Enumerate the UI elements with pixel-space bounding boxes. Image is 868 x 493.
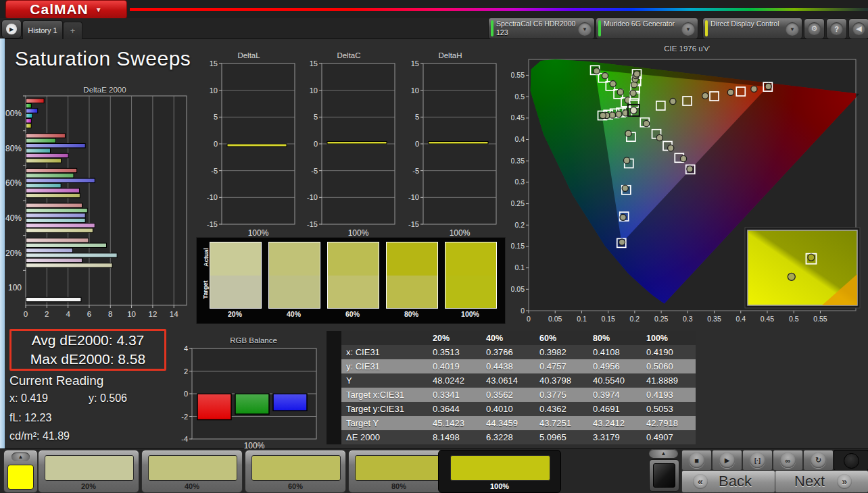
chevron-down-icon: ▼	[681, 22, 695, 36]
pattern-color-swatch	[45, 455, 134, 481]
delta-chart-title: DeltaC	[302, 51, 396, 59]
dropdown-label: Murideo 6G Generator	[604, 20, 680, 28]
refresh-button[interactable]: ↻	[803, 450, 834, 471]
svg-text:0.2: 0.2	[630, 315, 640, 323]
svg-text:0.25: 0.25	[511, 199, 525, 207]
swatch-pair-label: 80%	[386, 310, 437, 318]
pattern-label: 60%	[245, 482, 345, 490]
pattern-label: 20%	[39, 482, 139, 490]
pattern-window-preview[interactable]	[649, 459, 679, 492]
svg-text:80%: 80%	[5, 144, 22, 153]
svg-text:-5: -5	[311, 167, 318, 175]
svg-text:0: 0	[314, 140, 318, 148]
pattern-button-40%[interactable]: 40%	[141, 450, 243, 493]
rgb-balance-chart: 420-2-4100%	[174, 344, 319, 449]
swatch-pair-label: 60%	[327, 310, 378, 318]
svg-text:0.15: 0.15	[511, 242, 525, 250]
pattern-source-button[interactable]: ▲	[3, 450, 38, 493]
pattern-button-20%[interactable]: 20%	[38, 450, 139, 493]
page-title: Saturation Sweeps	[15, 47, 191, 70]
pattern-color-swatch	[251, 455, 341, 481]
svg-text:5: 5	[214, 113, 218, 121]
svg-text:0.5: 0.5	[514, 93, 525, 101]
svg-text:12: 12	[148, 310, 157, 318]
settings-button[interactable]: ⚙	[804, 18, 825, 39]
panel-toggle-button[interactable]: ▶	[1, 20, 22, 38]
svg-text:100%: 100%	[450, 228, 471, 238]
target-swatch	[328, 276, 379, 309]
target-swatch	[445, 276, 496, 309]
single-measure-button[interactable]: [·]	[742, 450, 773, 471]
actual-swatch	[210, 242, 261, 276]
svg-text:10: 10	[310, 86, 318, 95]
reading-x: x: 0.419	[9, 392, 48, 405]
pattern-button-60%[interactable]: 60%	[245, 450, 346, 493]
source-dropdown[interactable]: Murideo 6G Generator▼	[596, 18, 698, 39]
svg-text:0.45: 0.45	[511, 113, 525, 122]
svg-text:20%: 20%	[5, 249, 22, 258]
display-control-dropdown[interactable]: Direct Display Control▼	[702, 18, 802, 39]
pattern-label: 100%	[439, 482, 560, 490]
calman-logo-text: CalMAN	[30, 1, 89, 18]
svg-text:-4: -4	[181, 435, 188, 443]
rgb-balance-title: RGB Balance	[193, 336, 314, 344]
swatch-pair-label: 40%	[268, 310, 319, 318]
back-button[interactable]: «Back	[681, 470, 775, 493]
swatch-pair	[268, 242, 320, 309]
svg-text:-15: -15	[207, 220, 218, 228]
svg-text:-5: -5	[211, 167, 218, 175]
svg-text:0: 0	[184, 390, 188, 398]
chevron-down-icon: ▼	[578, 22, 592, 36]
tab-label: History 1	[28, 26, 57, 34]
chevron-left-icon: ◀	[852, 22, 865, 35]
swatch-pair-label: 20%	[210, 310, 260, 318]
status-indicator	[705, 20, 708, 36]
svg-text:100%: 100%	[248, 228, 269, 238]
collapse-panel-button[interactable]: ◀	[848, 18, 868, 39]
meter-dropdown[interactable]: SpectraCal C6 HDR2000 123▼	[488, 18, 595, 39]
avg-de2000: Avg dE2000: 4.37	[11, 331, 164, 350]
svg-text:60%: 60%	[5, 178, 22, 188]
svg-text:0: 0	[415, 140, 419, 148]
svg-text:0.4: 0.4	[736, 315, 746, 323]
dropdown-label: SpectraCal C6 HDR2000 123	[496, 20, 577, 37]
svg-text:0.1: 0.1	[514, 263, 525, 271]
svg-text:-10: -10	[307, 193, 318, 201]
help-button[interactable]: ?	[826, 18, 847, 39]
tab-history-1[interactable]: History 1	[22, 20, 63, 39]
svg-text:0: 0	[214, 140, 218, 148]
pattern-button-80%[interactable]: 80%	[348, 450, 450, 493]
stop-button[interactable]: ■	[681, 450, 712, 471]
table-row: ΔE 20008.14986.32285.09653.31790.4907	[327, 430, 696, 444]
calman-menu-button[interactable]: CalMAN ▼	[5, 0, 127, 19]
play-button[interactable]: ▶	[712, 450, 742, 471]
help-icon: ?	[830, 22, 843, 35]
svg-text:15: 15	[210, 59, 218, 68]
deltae-bar-chart: 02468101214100%80%60%40%20%100	[5, 93, 192, 323]
svg-text:8: 8	[108, 310, 112, 318]
svg-text:15: 15	[310, 59, 318, 68]
svg-text:5: 5	[314, 113, 318, 121]
pattern-button-100%[interactable]: 100%	[438, 450, 561, 493]
add-tab-button[interactable]: +	[63, 22, 82, 39]
svg-text:100%: 100%	[5, 109, 22, 118]
svg-text:2: 2	[184, 367, 188, 375]
scroll-up-button[interactable]: ▲	[649, 449, 678, 458]
gear-icon: ⚙	[808, 22, 821, 35]
svg-text:0.55: 0.55	[511, 71, 525, 79]
svg-text:10: 10	[411, 86, 419, 95]
next-button[interactable]: Next»	[775, 470, 868, 493]
reading-cdm2: cd/m²: 41.89	[9, 430, 70, 442]
target-row-label: Target	[197, 282, 208, 294]
actual-swatch	[269, 242, 320, 276]
back-label: Back	[719, 473, 752, 490]
up-arrow-button[interactable]: ▲	[11, 452, 30, 461]
pattern-color-swatch	[450, 455, 550, 481]
pattern-label: 40%	[142, 482, 242, 490]
cie-1976-chart: 00.050.10.150.20.250.30.350.40.450.50.55…	[511, 53, 865, 324]
svg-text:0.3: 0.3	[683, 315, 693, 323]
target-swatch	[387, 276, 437, 309]
continuous-measure-button[interactable]: ∞	[773, 450, 803, 471]
pattern-color-swatch	[355, 455, 444, 481]
plus-icon: +	[70, 26, 76, 36]
